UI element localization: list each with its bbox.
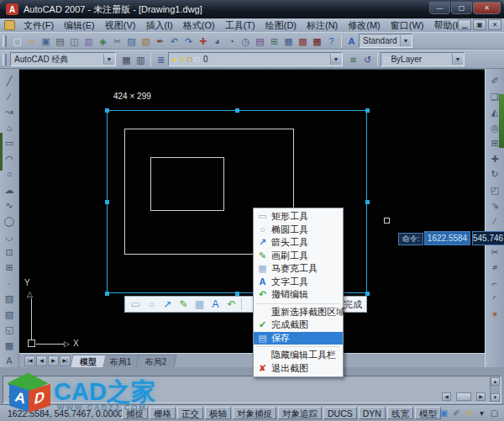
mdibtn-item[interactable]: ▣ xyxy=(473,19,486,30)
menu-item-arrow-tool[interactable]: ↗箭头工具 xyxy=(254,236,343,250)
command-hscrollbar[interactable]: ◀ ▶ xyxy=(442,392,487,401)
selection-handle[interactable] xyxy=(235,108,239,113)
command-vscrollbar[interactable]: ▲ ▼ xyxy=(490,377,500,402)
layer-freeze-sun-icon[interactable]: ☀ xyxy=(178,55,185,64)
selection-handle[interactable] xyxy=(105,292,109,296)
circle-icon[interactable]: ○ xyxy=(3,167,17,182)
rect-tool-icon[interactable]: ▭ xyxy=(128,297,144,311)
menu-item-item[interactable]: 标注(N) xyxy=(302,18,343,33)
layer-combo[interactable]: ●☀⊓□ 0 ▼ xyxy=(168,52,343,66)
hatch-icon[interactable]: ▨ xyxy=(3,292,17,306)
3d-dwf-icon[interactable]: ◈ xyxy=(96,34,110,48)
menu-item-save[interactable]: ▤保存 xyxy=(254,332,343,345)
annotation-visibility-icon[interactable]: ✐ xyxy=(451,407,462,419)
break-point-icon[interactable]: ✂ xyxy=(488,245,502,260)
explode-icon[interactable]: ✶ xyxy=(488,308,502,322)
minimize-button[interactable]: — xyxy=(429,2,450,14)
scroll-down-icon[interactable]: ▼ xyxy=(491,393,500,402)
table-icon[interactable]: ▦ xyxy=(3,339,17,353)
chevron-down-icon[interactable]: ▼ xyxy=(452,54,463,65)
fillet-icon[interactable]: ◜ xyxy=(488,292,502,306)
menu-item-item[interactable]: 绘图(D) xyxy=(260,18,302,33)
toolbar-grip[interactable] xyxy=(3,54,7,66)
layer-lock-icon[interactable]: ⊓ xyxy=(187,55,193,64)
region-icon[interactable]: ◱ xyxy=(3,323,17,337)
mdibtn-item[interactable]: ▁ xyxy=(458,19,471,30)
annotation-scale-icon[interactable]: ▣ xyxy=(438,407,449,419)
scroll-right-icon[interactable]: ▶ xyxy=(476,392,486,401)
rectangle-icon[interactable]: ▭ xyxy=(3,136,17,150)
tab-model[interactable]: 模型 xyxy=(70,355,106,367)
menu-item-reselect-region[interactable]: 重新选择截图区域 xyxy=(254,306,343,319)
arrow-tool-icon[interactable]: ↗ xyxy=(160,297,176,311)
copy-clip-icon[interactable]: ▨ xyxy=(124,34,139,48)
menu-item-text-tool[interactable]: A文字工具 xyxy=(254,276,343,289)
text-style-icon[interactable]: A xyxy=(344,34,359,48)
menu-item-item[interactable]: 插入(I) xyxy=(140,18,177,33)
open-file-icon[interactable]: ▱ xyxy=(24,34,39,48)
cut-icon[interactable]: ✂ xyxy=(110,34,124,48)
plot-preview-icon[interactable]: ◫ xyxy=(67,34,81,48)
revision-cloud-icon[interactable]: ☁ xyxy=(3,183,17,197)
stretch-icon[interactable]: ⇘ xyxy=(488,198,502,213)
new-file-icon[interactable]: ▢ xyxy=(10,34,24,48)
menu-item-item[interactable]: 编辑(E) xyxy=(59,18,100,33)
ellipse-icon[interactable]: ◯ xyxy=(3,214,17,229)
chevron-down-icon[interactable]: ▼ xyxy=(330,54,341,65)
sb-btn-item[interactable]: 极轴 xyxy=(205,407,231,419)
tnav-item[interactable]: ▶| xyxy=(60,355,71,366)
sb-btn-item[interactable]: 对象追踪 xyxy=(278,407,322,419)
help-icon[interactable]: ? xyxy=(324,34,339,48)
chevron-down-icon[interactable]: ▼ xyxy=(400,35,411,46)
selection-handle[interactable] xyxy=(365,108,370,113)
sb-btn-item[interactable]: 对象捕捉 xyxy=(233,407,276,419)
construction-line-icon[interactable]: ⁄ xyxy=(3,90,17,104)
status-menu-arrow-icon[interactable]: ▾ xyxy=(476,407,487,419)
ellipse-tool-icon[interactable]: ○ xyxy=(144,297,160,311)
title-bar[interactable]: A AutoCAD 2007 - 未注册版 - [Drawing1.dwg] —… xyxy=(0,0,504,18)
menu-item-rect-tool[interactable]: ▭矩形工具 xyxy=(254,210,343,224)
move-icon[interactable]: ✚ xyxy=(488,152,502,166)
menu-item-item[interactable]: 视图(V) xyxy=(100,18,141,33)
dyn-y-input[interactable]: 545.7467 xyxy=(472,231,504,245)
ellipse-arc-icon[interactable]: ◡ xyxy=(3,229,17,244)
save-icon[interactable]: ▣ xyxy=(39,34,53,48)
menu-item-ellipse-tool[interactable]: ○椭圆工具 xyxy=(254,224,343,237)
maximize-button[interactable]: ▢ xyxy=(451,2,472,14)
point-icon[interactable]: · xyxy=(3,276,17,291)
tnav-item[interactable]: |◀ xyxy=(24,355,35,366)
match-properties-icon[interactable]: ✒ xyxy=(153,34,167,48)
menu-item-undo-edit[interactable]: ↶撤销编辑 xyxy=(254,288,343,302)
mosaic-tool-icon[interactable]: ▦ xyxy=(192,297,207,311)
scroll-up-icon[interactable]: ▲ xyxy=(491,377,500,386)
selection-handle[interactable] xyxy=(365,200,370,204)
menu-item-exit-capture[interactable]: ✘退出截图 xyxy=(254,362,343,376)
menu-item-brush-tool[interactable]: ✎画刷工具 xyxy=(254,250,343,263)
polyline-icon[interactable]: ↝ xyxy=(3,105,17,119)
sb-btn-item[interactable]: 捕捉 xyxy=(122,407,148,419)
menu-item-mosaic-tool[interactable]: ▦马赛克工具 xyxy=(254,262,343,276)
chamfer-icon[interactable]: ⌐ xyxy=(488,276,502,291)
scrollbar-thumb[interactable] xyxy=(456,392,471,401)
plot-icon[interactable]: ▤ xyxy=(53,34,67,48)
unlock-icon[interactable]: ⊓ xyxy=(464,407,475,419)
trim-icon[interactable]: ∕ xyxy=(488,214,502,229)
toolbar-grip[interactable] xyxy=(3,35,7,47)
arc-icon[interactable]: ◠ xyxy=(3,152,17,166)
mdibtn-item[interactable]: ✕ xyxy=(488,19,501,30)
insert-block-icon[interactable]: ⊡ xyxy=(3,245,17,260)
menu-item-finish-capture[interactable]: ✔完成截图 xyxy=(254,318,343,332)
layer-on-bulb-icon[interactable]: ● xyxy=(172,55,176,64)
workspace-save-icon[interactable]: ▥ xyxy=(134,53,148,66)
make-layer-current-icon[interactable]: ≋ xyxy=(346,53,360,66)
menu-item-item[interactable]: 格式(O) xyxy=(178,18,220,33)
workspace-settings-icon[interactable]: ▦ xyxy=(119,53,134,66)
zoom-realtime-icon[interactable]: ◕ xyxy=(210,34,224,48)
sheetset-icon[interactable]: ▦ xyxy=(281,34,296,48)
undo-edit-icon[interactable]: ↶ xyxy=(223,297,239,311)
layer-manager-icon[interactable]: ≣ xyxy=(154,53,168,66)
layer-color-swatch[interactable]: □ xyxy=(195,55,199,64)
publish-icon[interactable]: ▥ xyxy=(81,34,96,48)
make-block-icon[interactable]: ⊞ xyxy=(3,260,17,275)
clean-screen-icon[interactable]: ▢ xyxy=(489,407,500,419)
